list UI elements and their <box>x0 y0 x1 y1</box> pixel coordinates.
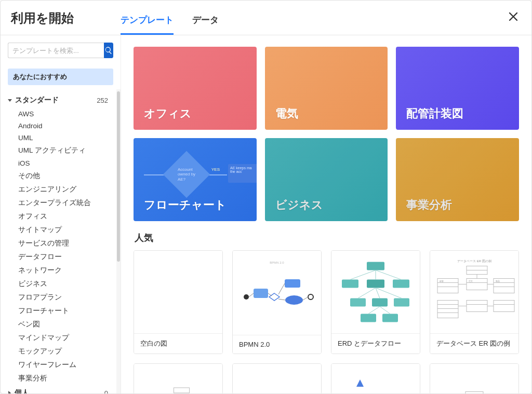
nav-group-label: 個人 <box>15 388 104 393</box>
sidebar-item[interactable]: オフィス <box>15 210 112 223</box>
svg-rect-55 <box>174 388 190 393</box>
sidebar-nav: スタンダード 252 AWSAndroidUMLUML アクティビティiOSその… <box>1 89 115 393</box>
svg-rect-11 <box>367 262 384 270</box>
sidebar-item[interactable]: ネットワーク <box>15 264 112 277</box>
sidebar-item[interactable]: サービスの管理 <box>15 237 112 250</box>
sidebar-item[interactable]: サイトマップ <box>15 223 112 237</box>
svg-line-26 <box>368 307 380 314</box>
sidebar-item[interactable]: エンジニアリング <box>15 183 112 196</box>
category-tile[interactable]: ビジネス <box>265 138 388 221</box>
sidebar-item[interactable]: Android <box>15 120 112 132</box>
template-card[interactable] <box>134 363 223 393</box>
category-tile[interactable]: 事業分析 <box>396 138 519 221</box>
category-tile-grid: オフィス電気配管計装図フローチャートAccountowned byAE?YESA… <box>134 47 519 221</box>
category-tile[interactable]: 電気 <box>265 47 388 130</box>
nav-items-standard: AWSAndroidUMLUML アクティビティiOSその他エンジニアリングエン… <box>4 108 112 385</box>
svg-rect-64 <box>466 392 483 393</box>
card-preview: BPMN 2.0 <box>233 251 321 335</box>
svg-point-1 <box>244 294 249 300</box>
sidebar: あなたにおすすめ スタンダード 252 AWSAndroidUMLUML アクテ… <box>1 35 121 393</box>
tab-templates[interactable]: テンプレート <box>121 12 174 35</box>
close-icon <box>509 12 518 21</box>
close-button[interactable] <box>506 7 521 35</box>
popular-card-grid-row2 <box>134 363 519 393</box>
template-card[interactable] <box>232 363 322 393</box>
svg-line-10 <box>303 297 308 300</box>
nav-group-header-standard[interactable]: スタンダード 252 <box>4 92 112 108</box>
svg-line-25 <box>376 288 402 298</box>
scrollbar-thumb[interactable] <box>117 91 120 262</box>
nav-group-count: 252 <box>97 97 108 104</box>
svg-line-9 <box>278 299 285 300</box>
category-tile[interactable]: 配管計装図 <box>396 47 519 130</box>
svg-rect-2 <box>254 289 268 298</box>
svg-text:データベース ER 図の例: データベース ER 図の例 <box>457 260 491 263</box>
sidebar-item[interactable]: ベン図 <box>15 318 112 331</box>
template-card[interactable] <box>331 363 420 393</box>
body: あなたにおすすめ スタンダード 252 AWSAndroidUMLUML アクテ… <box>1 35 531 393</box>
sidebar-item[interactable]: 事業分析 <box>15 372 112 385</box>
svg-line-7 <box>268 293 272 296</box>
page-title: 利用を開始 <box>11 10 74 35</box>
template-card[interactable]: ERD とデータフロー <box>331 250 420 354</box>
svg-rect-14 <box>393 280 409 288</box>
search-row <box>1 35 121 63</box>
tab-data[interactable]: データ <box>192 12 219 35</box>
svg-line-22 <box>376 270 401 280</box>
svg-rect-39 <box>437 301 458 318</box>
svg-rect-18 <box>361 314 376 322</box>
svg-rect-19 <box>382 314 398 322</box>
sidebar-item[interactable]: ビジネス <box>15 277 112 291</box>
sidebar-item[interactable]: エンタープライズ統合 <box>15 196 112 210</box>
template-card[interactable]: BPMN 2.0BPMN 2.0 <box>232 250 322 354</box>
nav-group-personal: 個人 0 <box>4 385 112 393</box>
sidebar-item[interactable]: フローチャート <box>15 304 112 318</box>
sidebar-item[interactable]: UML <box>15 132 112 144</box>
tile-label: 電気 <box>275 106 298 121</box>
nav-group-label: スタンダード <box>15 96 97 105</box>
card-preview <box>331 364 420 393</box>
nav-group-standard: スタンダード 252 AWSAndroidUMLUML アクティビティiOSその… <box>4 92 112 385</box>
recommended-pill[interactable]: あなたにおすすめ <box>8 69 113 85</box>
search-button[interactable] <box>104 43 113 58</box>
header-tabs: テンプレート データ <box>121 12 506 35</box>
sidebar-item[interactable]: フロアプラン <box>15 291 112 304</box>
category-tile[interactable]: フローチャートAccountowned byAE?YESAE keeps mat… <box>134 138 257 221</box>
main-panel: オフィス電気配管計装図フローチャートAccountowned byAE?YESA… <box>121 35 531 393</box>
sidebar-item[interactable]: iOS <box>15 157 112 169</box>
svg-text:注文: 注文 <box>469 280 473 282</box>
sidebar-item[interactable]: AWS <box>15 108 112 120</box>
template-picker-window: 利用を開始 テンプレート データ あなたにおすすめ <box>0 0 532 394</box>
svg-marker-63 <box>356 379 364 387</box>
search-input[interactable] <box>8 43 104 58</box>
tile-label: ビジネス <box>275 197 323 213</box>
sidebar-scrollbar[interactable] <box>116 89 121 393</box>
svg-line-23 <box>358 288 376 298</box>
tile-label: 事業分析 <box>406 197 452 213</box>
caret-right-icon <box>8 391 11 393</box>
category-tile[interactable]: オフィス <box>134 47 257 130</box>
card-preview <box>134 251 222 333</box>
svg-rect-45 <box>494 301 514 312</box>
sidebar-item[interactable]: UML アクティビティ <box>15 144 112 157</box>
svg-point-5 <box>308 294 313 300</box>
template-card[interactable]: 空白の図 <box>134 250 223 354</box>
header: 利用を開始 テンプレート データ <box>1 1 531 35</box>
sidebar-item[interactable]: マインドマップ <box>15 331 112 345</box>
sidebar-item[interactable]: その他 <box>15 169 112 183</box>
nav-group-header-personal[interactable]: 個人 0 <box>4 385 112 393</box>
template-card[interactable] <box>430 363 519 393</box>
sidebar-item[interactable]: データフロー <box>15 250 112 264</box>
svg-rect-12 <box>342 280 358 288</box>
card-preview <box>331 251 420 333</box>
template-card[interactable]: データベース ER 図の例顧客製品注文データベース ER 図の例 <box>430 250 519 354</box>
svg-line-8 <box>278 283 285 294</box>
svg-text:顧客: 顧客 <box>440 280 444 282</box>
section-title-popular: 人気 <box>135 232 519 244</box>
svg-rect-3 <box>285 279 300 288</box>
flow-mini-diagram: Accountowned byAE?YESAE keeps mathe acc <box>134 138 257 221</box>
sidebar-item[interactable]: ワイヤーフレーム <box>15 358 112 372</box>
sidebar-item[interactable]: モックアップ <box>15 345 112 358</box>
search-icon <box>104 46 113 55</box>
card-caption: BPMN 2.0 <box>233 335 321 354</box>
